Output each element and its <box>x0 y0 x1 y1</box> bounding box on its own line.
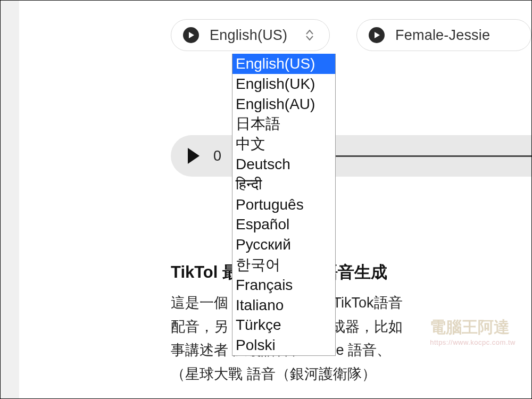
article: TikTol 最好的文字轉語音生成 這是一個 語音技術開發的TikTok語音 配… <box>171 261 531 386</box>
article-heading: TikTol 最好的文字轉語音生成 <box>171 261 531 284</box>
language-option[interactable]: 中文 <box>232 134 335 154</box>
svg-marker-0 <box>189 32 194 38</box>
article-line: 事講述者 溫暖語音、Bestie 語音、 <box>171 338 531 362</box>
chevron-up-down-icon <box>305 29 314 41</box>
svg-marker-1 <box>375 32 380 38</box>
language-option[interactable]: Deutsch <box>232 154 335 174</box>
language-option[interactable]: Português <box>232 195 335 215</box>
selector-row: English(US) Female-Jessie <box>171 16 531 54</box>
language-option[interactable]: 日本語 <box>232 114 335 134</box>
language-option[interactable]: हिन्दी <box>232 174 335 195</box>
language-option[interactable]: Français <box>232 275 335 295</box>
article-line: 配音，另 的TikTok語音生成器，比如 <box>171 315 531 339</box>
voice-selected-label: Female-Jessie <box>395 27 490 44</box>
language-option[interactable]: Türkçe <box>232 315 335 335</box>
voice-dropdown[interactable]: Female-Jessie <box>356 19 531 51</box>
content-area: English(US) Female-Jessie English(US)Eng… <box>19 1 531 398</box>
language-dropdown[interactable]: English(US) <box>171 19 330 51</box>
language-dropdown-listbox[interactable]: English(US)English(UK)English(AU)日本語中文De… <box>232 54 336 356</box>
language-selected-label: English(US) <box>210 27 295 44</box>
language-option[interactable]: 한국어 <box>232 255 335 275</box>
language-option[interactable]: Italiano <box>232 295 335 315</box>
left-gutter <box>1 1 19 398</box>
language-option[interactable]: Русский <box>232 235 335 255</box>
language-option[interactable]: Polski <box>232 335 335 355</box>
audio-player: 0 <box>171 135 531 177</box>
audio-time: 0 <box>213 148 224 164</box>
language-option[interactable]: English(AU) <box>232 94 335 114</box>
language-option[interactable]: English(US) <box>232 54 335 74</box>
play-circle-icon <box>369 27 385 43</box>
play-circle-icon <box>183 27 199 43</box>
language-option[interactable]: English(UK) <box>232 74 335 94</box>
language-option[interactable]: Español <box>232 214 335 235</box>
article-line: 這是一個 語音技術開發的TikTok語音 <box>171 291 531 315</box>
window-frame: English(US) Female-Jessie English(US)Eng… <box>0 0 532 399</box>
play-icon[interactable] <box>188 148 200 164</box>
article-line: （星球大戰 語音（銀河護衛隊） <box>171 362 531 386</box>
